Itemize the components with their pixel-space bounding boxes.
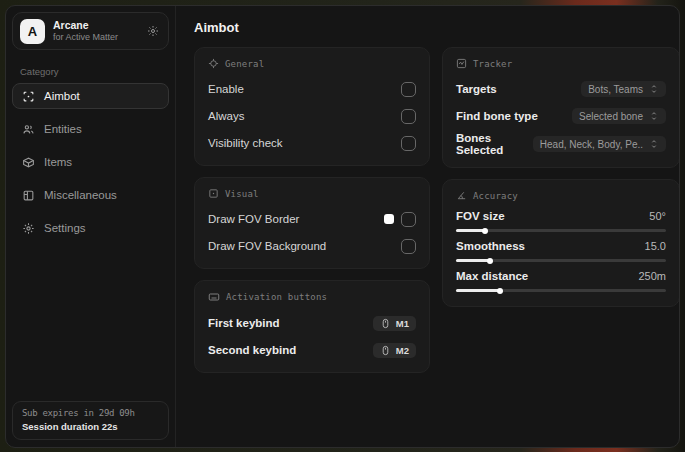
layout-icon [22, 189, 35, 202]
draw-fov-background-checkbox[interactable] [401, 239, 416, 254]
cube-icon [22, 156, 35, 169]
first-keybind-button[interactable]: M1 [373, 316, 416, 331]
app-subtitle: for Active Matter [53, 32, 139, 43]
sidebar-item-label: Aimbot [44, 90, 80, 102]
setting-label: Always [208, 110, 244, 122]
section-title: Visual [225, 189, 259, 199]
setting-row-bones-selected: Bones Selected Head, Neck, Body, Pe.. [456, 132, 666, 156]
page-title: Aimbot [194, 20, 680, 35]
tracker-card: Tracker Targets Bots, Teams Find bone ty… [442, 47, 680, 168]
brand-text: Arcane for Active Matter [53, 19, 139, 43]
fov-size-slider[interactable] [456, 229, 666, 232]
unfold-icon [649, 111, 659, 121]
fov-border-color-swatch[interactable] [384, 214, 394, 224]
setting-row-draw-fov-background: Draw FOV Background [208, 235, 416, 257]
mouse-icon [380, 318, 391, 329]
unfold-icon [649, 139, 659, 149]
accuracy-header: Accuracy [456, 190, 666, 201]
smoothness-slider[interactable] [456, 259, 666, 262]
sub-expires-text: Sub expires in 29d 09h [22, 408, 159, 418]
setting-label: Find bone type [456, 110, 538, 122]
activation-buttons-card: Activation buttons First keybind M1 Seco… [194, 280, 430, 373]
always-checkbox[interactable] [401, 109, 416, 124]
second-keybind-button[interactable]: M2 [373, 343, 416, 358]
setting-label: Second keybind [208, 344, 296, 356]
draw-fov-border-checkbox[interactable] [401, 212, 416, 227]
unfold-icon [649, 84, 659, 94]
section-title: Activation buttons [226, 292, 327, 302]
crosshair-icon [208, 58, 219, 69]
visual-header: Visual [208, 188, 416, 199]
keybind-value: M1 [396, 318, 409, 329]
sidebar: A Arcane for Active Matter Category Aimb… [6, 6, 176, 447]
targets-select[interactable]: Bots, Teams [581, 81, 666, 97]
setting-label: First keybind [208, 317, 280, 329]
sidebar-item-label: Settings [44, 222, 86, 234]
slider-thumb[interactable] [487, 258, 493, 264]
setting-label: Visibility check [208, 137, 283, 149]
setting-row-draw-fov-border: Draw FOV Border [208, 208, 416, 230]
max-distance-slider-block: Max distance 250m [456, 270, 666, 292]
visual-card: Visual Draw FOV Border Draw FOV Backgrou… [194, 177, 430, 269]
enable-checkbox[interactable] [401, 82, 416, 97]
keyboard-icon [208, 291, 220, 303]
activation-header: Activation buttons [208, 291, 416, 303]
select-value: Head, Neck, Body, Pe.. [540, 139, 643, 150]
setting-row-visibility-check: Visibility check [208, 132, 416, 154]
keybind-value: M2 [396, 345, 409, 356]
slider-label: Max distance [456, 270, 528, 282]
setting-label: Bones Selected [456, 132, 533, 156]
general-header: General [208, 58, 416, 69]
sidebar-item-settings[interactable]: Settings [12, 215, 169, 241]
smoothness-slider-block: Smoothness 15.0 [456, 240, 666, 262]
setting-row-targets: Targets Bots, Teams [456, 78, 666, 100]
main-content: Aimbot General Enable Always [176, 6, 680, 447]
slider-label: FOV size [456, 210, 505, 222]
subscription-info-box: Sub expires in 29d 09h Session duration … [12, 401, 169, 440]
setting-row-first-keybind: First keybind M1 [208, 312, 416, 334]
slider-value: 50° [649, 210, 666, 222]
slider-thumb[interactable] [482, 228, 488, 234]
sidebar-item-miscellaneous[interactable]: Miscellaneous [12, 182, 169, 208]
slider-thumb[interactable] [497, 288, 503, 294]
setting-label: Targets [456, 83, 497, 95]
section-title: Tracker [473, 59, 512, 69]
bones-selected-select[interactable]: Head, Neck, Body, Pe.. [533, 136, 666, 152]
accuracy-card: Accuracy FOV size 50° Smoothness [442, 179, 680, 307]
app-logo: A [20, 19, 45, 44]
radar-icon [456, 58, 467, 69]
cheat-menu-window: A Arcane for Active Matter Category Aimb… [5, 5, 680, 448]
session-duration-text: Session duration 22s [22, 421, 159, 432]
sidebar-item-items[interactable]: Items [12, 149, 169, 175]
sidebar-item-aimbot[interactable]: Aimbot [12, 83, 169, 109]
setting-label: Draw FOV Border [208, 213, 299, 225]
slider-label: Smoothness [456, 240, 525, 252]
slider-value: 250m [638, 270, 666, 282]
crosshair-scan-icon [22, 90, 35, 103]
entities-icon [22, 123, 35, 136]
setting-row-second-keybind: Second keybind M2 [208, 339, 416, 361]
brand-header: A Arcane for Active Matter [12, 12, 169, 50]
fov-size-slider-block: FOV size 50° [456, 210, 666, 232]
sidebar-item-label: Items [44, 156, 72, 168]
max-distance-slider[interactable] [456, 289, 666, 292]
select-value: Selected bone [579, 111, 643, 122]
app-title: Arcane [53, 19, 139, 32]
sidebar-item-entities[interactable]: Entities [12, 116, 169, 142]
gear-icon [22, 222, 35, 235]
gear-icon[interactable] [147, 25, 159, 37]
setting-row-enable: Enable [208, 78, 416, 100]
setting-row-always: Always [208, 105, 416, 127]
general-card: General Enable Always Visibility check [194, 47, 430, 166]
sidebar-item-label: Entities [44, 123, 82, 135]
section-title: Accuracy [473, 191, 518, 201]
slider-value: 15.0 [645, 240, 666, 252]
find-bone-type-select[interactable]: Selected bone [572, 108, 666, 124]
setting-label: Enable [208, 83, 244, 95]
select-value: Bots, Teams [588, 84, 643, 95]
category-nav: Aimbot Entities Items Miscellaneous [6, 83, 175, 241]
setting-label: Draw FOV Background [208, 240, 326, 252]
angle-icon [456, 190, 467, 201]
visibility-check-checkbox[interactable] [401, 136, 416, 151]
setting-row-find-bone-type: Find bone type Selected bone [456, 105, 666, 127]
